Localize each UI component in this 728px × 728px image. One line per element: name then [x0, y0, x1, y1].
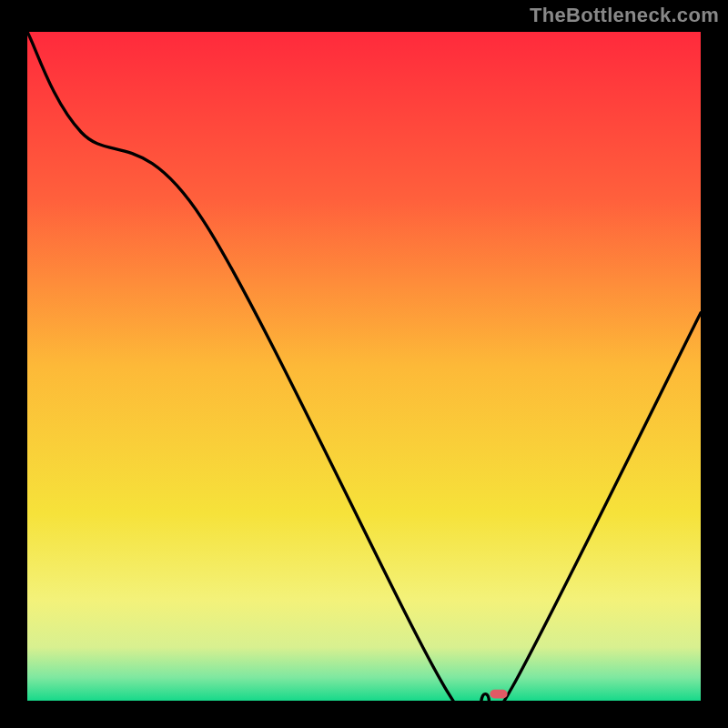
- gradient-background: [27, 32, 701, 701]
- plot-area: [27, 32, 701, 701]
- optimal-point-marker: [490, 690, 507, 699]
- watermark-text: TheBottleneck.com: [530, 4, 719, 27]
- plot-svg: [27, 32, 701, 701]
- chart-frame: TheBottleneck.com: [0, 0, 728, 728]
